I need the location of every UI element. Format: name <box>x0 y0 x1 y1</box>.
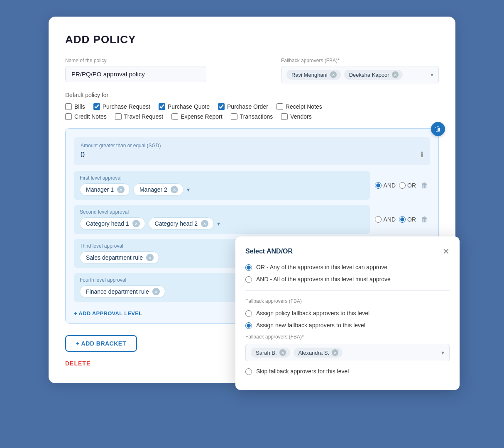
and-or-group-1: AND OR 🗑 <box>375 180 430 192</box>
popup-tag-alexandra: Alexandra S. ✕ <box>294 348 343 358</box>
and-radio-1[interactable]: AND <box>375 182 396 189</box>
checkbox-purchase-request-input[interactable] <box>93 103 100 110</box>
tag-manager2-remove[interactable]: ✕ <box>171 186 178 193</box>
popup-fba-option2[interactable]: Assign new fallback approvers to this le… <box>245 322 450 329</box>
popup-tag-alexandra-remove[interactable]: ✕ <box>332 349 338 356</box>
checkbox-travel-request[interactable]: Travel Request <box>115 113 163 120</box>
checkbox-purchase-quote[interactable]: Purchase Quote <box>159 103 210 110</box>
popup-fba-label3: Skip fallback approvers for this level <box>256 368 349 375</box>
or-radio-2-input[interactable] <box>399 216 406 223</box>
popup-header: Select AND/OR ✕ <box>245 246 450 256</box>
fba-dropdown-arrow-icon[interactable]: ▾ <box>431 71 433 78</box>
popup-and-radio[interactable] <box>245 276 252 283</box>
approval-1-dropdown-icon[interactable]: ▾ <box>187 186 190 193</box>
approval-2-dropdown-icon[interactable]: ▾ <box>217 220 220 227</box>
checkbox-transactions-input[interactable] <box>231 113 237 120</box>
checkbox-row-2: Credit Notes Travel Request Expense Repo… <box>65 113 439 120</box>
tag-cathead2-remove[interactable]: ✕ <box>201 220 208 227</box>
checkbox-purchase-request[interactable]: Purchase Request <box>93 103 150 110</box>
policy-name-label: Name of the policy <box>65 58 271 63</box>
popup-and-label: AND - All of the approvers in this level… <box>256 276 391 282</box>
amount-label: Amount greater than or equal (SGD) <box>81 143 423 149</box>
main-card: ADD POLICY Name of the policy Fallback a… <box>49 17 455 383</box>
checkbox-receipt-notes-input[interactable] <box>276 103 283 110</box>
checkbox-purchase-quote-input[interactable] <box>159 103 165 110</box>
popup-and-option[interactable]: AND - All of the approvers in this level… <box>245 276 450 283</box>
and-label-2: AND <box>383 216 396 223</box>
info-icon[interactable]: ℹ <box>421 150 423 159</box>
fba-remove-deeksha[interactable]: ✕ <box>392 71 399 78</box>
checkbox-transactions-label: Transactions <box>240 113 273 120</box>
and-radio-2-input[interactable] <box>375 216 382 223</box>
amount-section: Amount greater than or equal (SGD) 0 ℹ <box>74 137 430 165</box>
checkbox-bills-input[interactable] <box>65 103 72 110</box>
delete-policy-button[interactable]: DELETE <box>65 360 91 367</box>
popup-close-button[interactable]: ✕ <box>443 246 450 256</box>
checkbox-purchase-request-label: Purchase Request <box>103 103 150 110</box>
tag-finance-text: Finance department rule <box>86 288 149 295</box>
and-radio-1-input[interactable] <box>375 182 382 189</box>
popup-fba-radio2[interactable] <box>245 322 252 329</box>
approval-1-tags-row: Manager 1 ✕ Manager 2 ✕ ▾ <box>80 183 364 196</box>
checkbox-credit-notes-label: Credit Notes <box>74 113 107 120</box>
fba-field: Fallback approvers (FBA)* Ravi Menghani … <box>281 58 439 83</box>
tag-manager1-remove[interactable]: ✕ <box>117 186 125 193</box>
and-radio-2[interactable]: AND <box>375 216 396 223</box>
popup-tag-sarah-remove[interactable]: ✕ <box>279 349 286 356</box>
popup-or-radio[interactable] <box>245 264 252 271</box>
or-radio-2[interactable]: OR <box>399 216 416 223</box>
checkbox-vendors[interactable]: Vendors <box>281 113 311 120</box>
popup-tag-alexandra-text: Alexandra S. <box>298 350 329 356</box>
or-radio-1-input[interactable] <box>399 182 406 189</box>
and-or-group-2: AND OR 🗑 <box>375 214 430 226</box>
checkbox-purchase-order-label: Purchase Order <box>227 103 268 110</box>
checkbox-row-1: Bills Purchase Request Purchase Quote Pu… <box>65 103 439 110</box>
checkbox-credit-notes[interactable]: Credit Notes <box>65 113 107 120</box>
approval-2-tags-row: Category head 1 ✕ Category head 2 ✕ ▾ <box>80 217 364 230</box>
popup-fba-radio1[interactable] <box>245 310 252 317</box>
delete-level-2-button[interactable]: 🗑 <box>419 214 430 226</box>
popup-fba-option1[interactable]: Assign policy fallback approvers to this… <box>245 310 450 317</box>
or-label-1: OR <box>407 182 416 189</box>
add-bracket-button[interactable]: + ADD BRACKET <box>65 335 137 352</box>
popup-fba-radio3[interactable] <box>245 368 252 375</box>
checkbox-receipt-notes[interactable]: Receipt Notes <box>276 103 322 110</box>
tag-cathead1-remove[interactable]: ✕ <box>132 220 140 227</box>
or-radio-1[interactable]: OR <box>399 182 416 189</box>
checkbox-travel-request-input[interactable] <box>115 113 122 120</box>
tag-finance-remove[interactable]: ✕ <box>152 288 160 295</box>
tag-sales-text: Sales department rule <box>86 254 143 261</box>
checkbox-bills[interactable]: Bills <box>65 103 85 110</box>
checkbox-expense-report[interactable]: Expense Report <box>171 113 222 120</box>
popup-or-option[interactable]: OR - Any of the approvers in this level … <box>245 264 450 271</box>
policy-name-field: Name of the policy <box>65 58 271 82</box>
tag-finance: Finance department rule ✕ <box>80 285 165 298</box>
delete-bracket-button[interactable]: 🗑 <box>431 122 445 136</box>
tag-sales: Sales department rule ✕ <box>80 251 159 264</box>
popup-tag-sarah-text: Sarah B. <box>256 350 277 356</box>
checkbox-purchase-order[interactable]: Purchase Order <box>218 103 268 110</box>
popup-fba-option3[interactable]: Skip fallback approvers for this level <box>245 368 450 375</box>
popup-or-label: OR - Any of the approvers in this level … <box>256 264 387 270</box>
checkbox-expense-report-input[interactable] <box>171 113 178 120</box>
tag-cathead1-text: Category head 1 <box>86 220 129 227</box>
checkbox-credit-notes-input[interactable] <box>65 113 72 120</box>
checkbox-bills-label: Bills <box>74 103 85 110</box>
policy-name-input[interactable] <box>65 66 206 82</box>
tag-manager2: Manager 2 ✕ <box>133 183 183 196</box>
approval-inner-2: Second level approval Category head 1 ✕ … <box>74 205 370 234</box>
amount-value: 0 <box>81 151 85 159</box>
delete-level-1-button[interactable]: 🗑 <box>419 180 430 192</box>
or-label-2: OR <box>407 216 416 223</box>
add-approval-level-button[interactable]: + ADD APPROVAL LEVEL <box>74 310 142 317</box>
tag-cathead2: Category head 2 ✕ <box>149 217 214 230</box>
checkbox-vendors-input[interactable] <box>281 113 288 120</box>
checkbox-purchase-order-input[interactable] <box>218 103 225 110</box>
fba-remove-ravi[interactable]: ✕ <box>330 71 337 78</box>
fba-tag-deeksha-text: Deeksha Kapoor <box>349 72 389 78</box>
checkbox-transactions[interactable]: Transactions <box>231 113 273 120</box>
tag-sales-remove[interactable]: ✕ <box>146 254 154 261</box>
tag-manager2-text: Manager 2 <box>139 186 167 193</box>
fba-tag-ravi-text: Ravi Menghani <box>291 72 328 78</box>
popup-fba-dropdown-icon[interactable]: ▾ <box>441 349 444 356</box>
